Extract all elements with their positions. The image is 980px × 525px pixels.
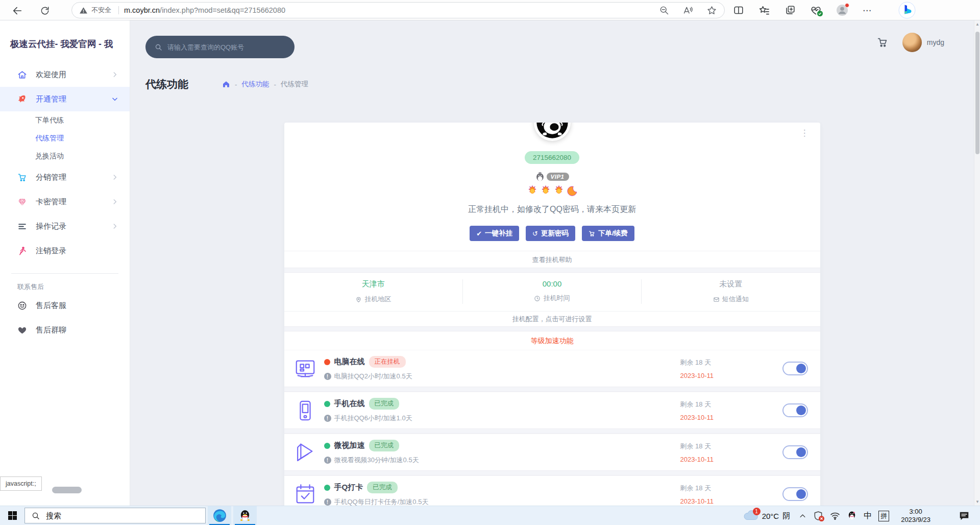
section-gap: [284, 326, 820, 331]
taskbar-search-box[interactable]: [24, 508, 206, 523]
temperature: 20°C: [762, 512, 779, 520]
favorites-bar-icon[interactable]: [758, 5, 770, 16]
action-center-icon[interactable]: [959, 510, 970, 521]
feature-toggle-weishi-boost[interactable]: [782, 445, 808, 459]
breadcrumb-level1[interactable]: 代练功能: [242, 80, 270, 89]
sidebar-subitem-label: 下单代练: [35, 116, 64, 125]
smiley-icon: [17, 301, 27, 311]
collections-icon[interactable]: [785, 5, 796, 16]
browser-settings-menu-icon[interactable]: ⋯: [863, 5, 872, 16]
cart-icon: [589, 230, 595, 237]
hangup-status-text: 正常挂机中，如修改了QQ密码，请来本页更新: [284, 204, 820, 215]
ime-pinyin-indicator[interactable]: 拼: [878, 511, 889, 521]
status-dot-done: [324, 443, 330, 449]
sidebar-item-operation-log[interactable]: 操作记录: [0, 214, 130, 238]
smartphone-icon: [293, 399, 317, 422]
scroll-up-arrow[interactable]: ▲: [974, 22, 980, 27]
taskbar-search-input[interactable]: [46, 511, 179, 520]
read-aloud-icon[interactable]: [682, 5, 693, 16]
bing-chat-icon[interactable]: [898, 2, 916, 19]
feature-toggle-qq-checkin[interactable]: [782, 487, 808, 501]
feature-toggle-phone-online[interactable]: [782, 403, 808, 417]
feature-description: 微视看视频30分钟/加速0.5天: [334, 456, 419, 465]
breadcrumb-home-icon[interactable]: [222, 80, 230, 88]
one-key-rehang-button[interactable]: ✔一键补挂: [470, 226, 519, 241]
taskbar-clock[interactable]: 3:00 2023/9/23: [901, 508, 930, 524]
scrollbar-thumb[interactable]: [975, 32, 979, 154]
url-path: /index.php?mod=set&qq=2715662080: [160, 6, 285, 14]
browser-essentials-icon[interactable]: [810, 5, 822, 16]
browser-refresh-button[interactable]: [38, 4, 52, 18]
sidebar-item-card-keys[interactable]: 卡密管理: [0, 189, 130, 214]
sidebar-item-distribution[interactable]: 分销管理: [0, 165, 130, 189]
feature-toggle-pc-online[interactable]: [782, 362, 808, 375]
qq-search-input[interactable]: [167, 43, 285, 51]
stat-region[interactable]: 天津市 挂机地区: [284, 279, 462, 304]
user-avatar[interactable]: [902, 33, 922, 52]
taskbar-app-qq[interactable]: [233, 506, 257, 525]
refresh-icon: [40, 6, 50, 16]
sidebar-item-label: 开通管理: [36, 94, 66, 104]
level-sun-icon: [553, 185, 565, 197]
hangup-config-link[interactable]: 挂机配置，点击可进行设置: [284, 311, 820, 326]
stat-hangup-time[interactable]: 00:00 挂机时间: [462, 279, 641, 304]
feature-status-badge: 已完成: [369, 398, 400, 410]
level-sun-icon: [527, 185, 538, 197]
tray-expand-chevron-icon[interactable]: [799, 512, 806, 520]
hangup-help-link[interactable]: 查看挂机帮助: [284, 251, 820, 268]
sidebar-subitem-place-order[interactable]: 下单代练: [0, 111, 130, 129]
horizontal-scrollbar-thumb[interactable]: [52, 487, 82, 493]
address-bar[interactable]: 不安全 m.coybr.cn/index.php?mod=set&qq=2715…: [71, 2, 725, 18]
card-more-menu-icon[interactable]: ⋮: [800, 128, 809, 138]
qq-avatar: [534, 123, 571, 141]
sidebar-subitem-train-manage[interactable]: 代练管理: [0, 129, 130, 147]
home-icon: [17, 70, 27, 80]
feature-status-badge: 已完成: [369, 440, 400, 451]
sidebar-item-open-manage[interactable]: 开通管理: [0, 87, 130, 111]
feature-status-badge: 已完成: [367, 482, 398, 493]
diamond-icon: [17, 197, 27, 207]
breadcrumb-level2[interactable]: 代练管理: [281, 80, 308, 89]
refresh-icon: ↺: [532, 230, 538, 237]
sidebar-item-logout[interactable]: 注销登录: [0, 238, 130, 263]
sidebar-item-support-group[interactable]: 售后群聊: [0, 318, 130, 342]
split-screen-icon[interactable]: [733, 5, 744, 16]
scroll-down-arrow[interactable]: ▼: [974, 499, 980, 504]
browser-back-button[interactable]: [10, 4, 24, 18]
page-header: mydg: [130, 20, 974, 66]
zoom-out-icon[interactable]: [659, 5, 669, 15]
start-button[interactable]: [0, 506, 24, 525]
order-renew-button[interactable]: 下单/续费: [582, 226, 634, 241]
sidebar-subitem-exchange[interactable]: 兑换活动: [0, 147, 130, 165]
header-cart-icon[interactable]: [877, 37, 888, 48]
stat-label: 短信通知: [722, 295, 749, 304]
sidebar-item-label: 操作记录: [36, 222, 66, 231]
not-secure-warning-icon: [79, 6, 88, 15]
back-arrow-icon: [12, 5, 23, 16]
qq-tray-icon[interactable]: [847, 511, 857, 521]
clock-time: 3:00: [901, 508, 930, 516]
ime-language-indicator[interactable]: 中: [864, 511, 872, 521]
taskbar-app-edge[interactable]: [208, 506, 231, 525]
sidebar-item-label: 售后客服: [36, 301, 66, 311]
feature-expire-date: 2023-10-11: [680, 372, 782, 379]
update-password-button[interactable]: ↺更新密码: [526, 226, 575, 241]
taskbar-weather[interactable]: 1 20°C 阴: [743, 509, 791, 522]
favorite-star-icon[interactable]: [706, 5, 717, 16]
url-domain: m.coybr.cn: [124, 6, 160, 14]
sidebar-item-support-service[interactable]: 售后客服: [0, 293, 130, 318]
sidebar-item-welcome[interactable]: 欢迎使用: [0, 62, 130, 87]
shield-error-badge: [819, 516, 824, 521]
chevron-right-icon: [111, 198, 118, 205]
stat-value: 00:00: [463, 279, 641, 288]
stat-sms-notify[interactable]: 未设置 短信通知: [641, 279, 820, 304]
security-shield-icon[interactable]: [813, 511, 823, 521]
wifi-icon[interactable]: [830, 512, 840, 520]
vertical-scrollbar[interactable]: ▲ ▼: [974, 20, 980, 506]
browser-profile-button[interactable]: [836, 4, 848, 16]
edge-icon: [213, 509, 227, 522]
username[interactable]: mydg: [927, 38, 944, 46]
check-icon: ✔: [476, 230, 482, 237]
sidebar-item-label: 售后群聊: [36, 325, 66, 335]
qq-search-box[interactable]: [145, 36, 295, 58]
